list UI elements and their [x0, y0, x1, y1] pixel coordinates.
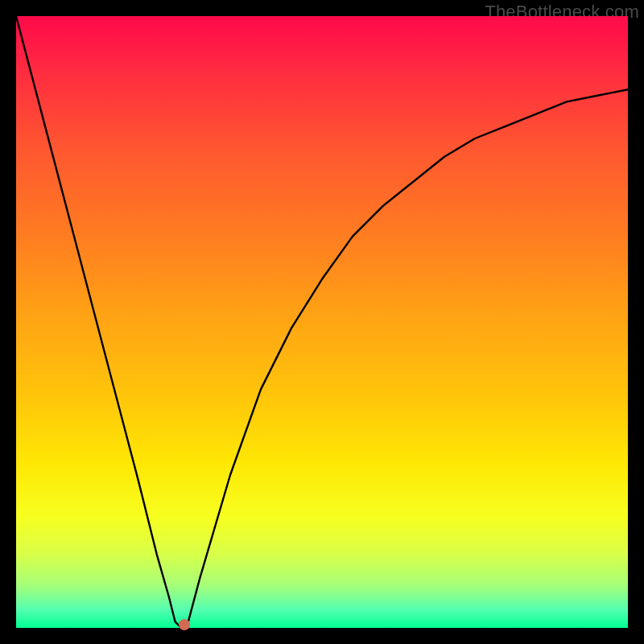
chart-curve	[16, 16, 628, 628]
chart-frame	[16, 16, 628, 628]
bottleneck-curve-path	[16, 16, 628, 628]
optimal-point-marker	[179, 619, 190, 630]
